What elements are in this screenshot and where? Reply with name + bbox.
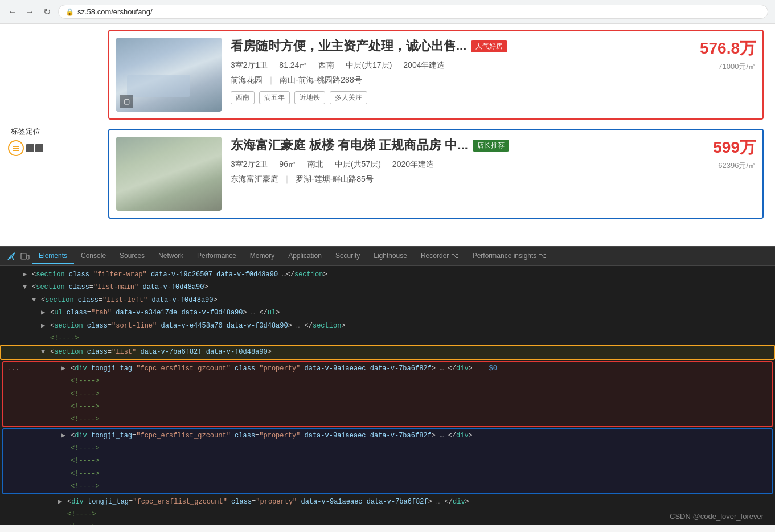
property-info-1: 看房随时方便，业主资产处理，诚心出售... 人气好房 3室2厅1卫 81.24㎡…: [222, 38, 687, 104]
browser-toolbar: ← → ↻ 🔒 sz.58.com/ershoufang/: [0, 0, 775, 24]
tab-network[interactable]: Network: [151, 248, 190, 264]
tree-line-list-left[interactable]: ▼ <section class="list-left" data-v-f0d4…: [0, 294, 775, 306]
tab-application[interactable]: Application: [281, 248, 329, 264]
devtools-panel: Elements Console Sources Network Perform…: [0, 246, 775, 525]
url-text: sz.58.com/ershoufang/: [77, 7, 153, 16]
property-meta-1: 3室2厅1卫 81.24㎡ 西南 中层(共17层) 2004年建造: [231, 60, 678, 71]
property-card-2[interactable]: 东海富汇豪庭 板楼 有电梯 正规商品房 中... 店长推荐 3室2厅2卫 96㎡…: [108, 129, 764, 219]
price-main-2: 599万: [687, 137, 756, 158]
page-wrapper: 标签定位 ▢: [0, 24, 775, 246]
square-icon-2: [35, 144, 43, 152]
property-price-1: 576.8万 71000元/㎡: [687, 38, 756, 72]
tab-sources[interactable]: Sources: [113, 248, 151, 264]
tag-1-1: 西南: [231, 91, 255, 104]
property-price-2: 599万 62396元/㎡: [687, 137, 756, 171]
svg-rect-5: [27, 255, 29, 259]
device-toggle-icon[interactable]: [18, 249, 32, 263]
tree-line-ul-tab[interactable]: ▶ <ul class="tab" data-v-a34e17de data-v…: [0, 306, 775, 319]
property-image-1: ▢: [116, 38, 222, 112]
tree-line-comment-n1[interactable]: <!---->: [0, 508, 775, 521]
price-main-1: 576.8万: [687, 38, 756, 59]
price-per-2: 62396元/㎡: [687, 161, 756, 171]
tab-elements[interactable]: Elements: [32, 248, 74, 264]
watermark: CSDN @code_lover_forever: [670, 512, 764, 521]
tree-block-red: ... ▶ <div tongji_tag="fcpc_ersflist_gzc…: [2, 361, 773, 427]
lock-icon: 🔒: [65, 8, 74, 16]
img-vr-icon: ▢: [120, 95, 133, 108]
property-tags-1: 西南 满五年 近地铁 多人关注: [231, 91, 678, 104]
tree-line-list-main[interactable]: ▼ <section class="list-main" data-v-f0d4…: [0, 281, 775, 293]
address-bar[interactable]: 🔒 sz.58.com/ershoufang/: [58, 5, 768, 19]
tree-line-comment-0[interactable]: <!---->: [0, 332, 775, 345]
property-info-2: 东海富汇豪庭 板楼 有电梯 正规商品房 中... 店长推荐 3室2厅2卫 96㎡…: [222, 137, 687, 190]
back-button[interactable]: ←: [7, 6, 18, 18]
tree-line-filter-wrap[interactable]: ▶ <section class="filter-wrap" data-v-19…: [0, 268, 775, 281]
tree-line-div-prop3[interactable]: ▶ <div tongji_tag="fcpc_ersflist_gzcount…: [0, 496, 775, 508]
refresh-button[interactable]: ↻: [41, 6, 52, 18]
tree-line-comment-r2[interactable]: <!---->: [3, 388, 772, 400]
tree-line-comment-r1[interactable]: <!---->: [3, 375, 772, 387]
tab-lighthouse[interactable]: Lighthouse: [367, 248, 414, 264]
tree-line-div-prop2[interactable]: ▶ <div tongji_tag="fcpc_ersflist_gzcount…: [3, 429, 772, 442]
property-badge-1: 人气好房: [471, 40, 507, 52]
tree-line-sort-line[interactable]: ▶ <section class="sort-line" data-v-e445…: [0, 320, 775, 332]
tree-line-comment-b2[interactable]: <!---->: [3, 455, 772, 467]
tab-memory[interactable]: Memory: [243, 248, 281, 264]
svg-rect-0: [13, 146, 19, 147]
annotation-icon: [8, 140, 24, 156]
left-annotation: 标签定位: [8, 126, 43, 156]
forward-button[interactable]: →: [24, 6, 35, 18]
tag-1-4: 多人关注: [330, 91, 367, 104]
property-badge-2: 店长推荐: [473, 140, 509, 152]
property-image-2: [116, 137, 222, 211]
tab-console[interactable]: Console: [74, 248, 113, 264]
tree-line-comment-b3[interactable]: <!---->: [3, 468, 772, 480]
html-tree: ▶ <section class="filter-wrap" data-v-19…: [0, 266, 775, 525]
tree-line-list-section[interactable]: ▼ <section class="list" data-v-7ba6f82f …: [0, 345, 775, 359]
svg-rect-2: [13, 150, 19, 151]
tree-line-comment-b4[interactable]: <!---->: [3, 480, 772, 493]
tree-line-div-prop1[interactable]: ... ▶ <div tongji_tag="fcpc_ersflist_gzc…: [3, 362, 772, 375]
property-card-1[interactable]: ▢ 看房随时方便，业主资产处理，诚心出售... 人气好房 3室2厅1卫 81.2…: [108, 30, 764, 120]
tree-line-comment-r4[interactable]: <!---->: [3, 413, 772, 425]
tree-line-comment-r3[interactable]: <!---->: [3, 400, 772, 413]
svg-rect-4: [21, 253, 26, 259]
tab-performance[interactable]: Performance: [190, 248, 243, 264]
tab-performance-insights[interactable]: Performance insights ⌥: [466, 248, 553, 264]
price-per-1: 71000元/㎡: [687, 62, 756, 72]
tree-line-comment-n2[interactable]: <!---->: [0, 521, 775, 525]
property-location-1: 前海花园 ｜ 南山-前海-桃园路288号: [231, 75, 678, 85]
tree-block-blue: ▶ <div tongji_tag="fcpc_ersflist_gzcount…: [2, 428, 773, 494]
property-meta-2: 3室2厅2卫 96㎡ 南北 中层(共57层) 2020年建造: [231, 159, 678, 170]
tag-1-3: 近地铁: [294, 91, 325, 104]
tree-line-comment-b1[interactable]: <!---->: [3, 442, 772, 455]
annotation-label: 标签定位: [11, 126, 40, 137]
property-title-2: 东海富汇豪庭 板楼 有电梯 正规商品房 中... 店长推荐: [231, 137, 678, 154]
tag-1-2: 满五年: [259, 91, 290, 104]
page-content: ▢ 看房随时方便，业主资产处理，诚心出售... 人气好房 3室2厅1卫 81.2…: [0, 24, 775, 246]
property-title-1: 看房随时方便，业主资产处理，诚心出售... 人气好房: [231, 38, 678, 55]
tab-security[interactable]: Security: [329, 248, 367, 264]
tab-recorder[interactable]: Recorder ⌥: [414, 248, 466, 264]
svg-line-3: [12, 257, 14, 260]
devtools-tabs: Elements Console Sources Network Perform…: [0, 247, 775, 266]
element-picker-icon[interactable]: [5, 249, 18, 263]
square-icon-1: [26, 144, 34, 152]
property-location-2: 东海富汇豪庭 ｜ 罗湖-莲塘-畔山路85号: [231, 174, 678, 185]
three-dots: ...: [8, 363, 19, 374]
